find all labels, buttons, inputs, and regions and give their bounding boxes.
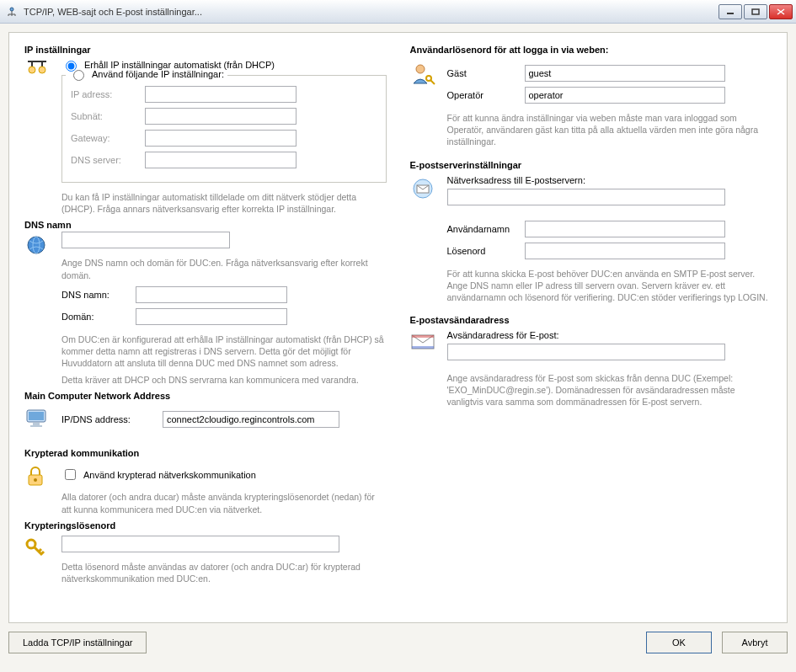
ip-addr-label: IP adress:: [71, 89, 145, 99]
cancel-button[interactable]: Avbryt: [722, 632, 788, 653]
dnsserver-input[interactable]: [145, 152, 296, 168]
dnsserver-label: DNS server:: [71, 155, 145, 165]
globe-icon: [24, 233, 53, 257]
epostsender-label: Avsändaradress för E-post:: [447, 330, 772, 340]
dns-help2: Om DUC:en är konfigurerad att erhålla IP…: [61, 333, 387, 370]
userpw-section-title: Användarlösenord för att logga in via we…: [410, 45, 772, 55]
monitor-icon: [24, 408, 53, 429]
ip-helptext: Du kan få IP inställningar automatiskt t…: [61, 191, 387, 215]
subnet-input[interactable]: [145, 108, 296, 125]
titlebar: TCP/IP, WEB-sajt och E-post inställninga…: [0, 0, 796, 24]
epostserver-section-title: E-postserverinställningar: [410, 160, 772, 170]
crypto-section-title: Krypterad kommunikation: [24, 448, 387, 458]
svg-rect-8: [29, 412, 44, 420]
ip-section-title: IP inställningar: [24, 45, 387, 55]
crypto-checkbox[interactable]: [65, 469, 76, 480]
dns-section-title: DNS namn: [24, 220, 387, 230]
dns-help3: Detta kräver att DHCP och DNS servrarna …: [61, 374, 387, 386]
svg-point-4: [39, 67, 45, 73]
app-icon: [5, 5, 19, 19]
svg-point-3: [29, 67, 35, 73]
epostsender-input[interactable]: [447, 344, 725, 360]
operator-input[interactable]: [525, 87, 725, 104]
userpw-help: För att kunna ändra inställningar via we…: [447, 112, 772, 148]
ip-addr-input[interactable]: [145, 86, 296, 103]
minimize-button[interactable]: [719, 4, 742, 19]
cryptopw-help: Detta lösenord måste användas av datorer…: [61, 561, 387, 584]
guest-label: Gäst: [447, 68, 516, 78]
dns-name-input[interactable]: [136, 286, 287, 303]
epostsender-help: Ange avsändaradress för E-post som skick…: [447, 372, 772, 408]
svg-rect-1: [727, 13, 734, 14]
svg-point-14: [416, 65, 425, 73]
svg-rect-9: [33, 423, 40, 425]
gateway-label: Gateway:: [71, 133, 145, 143]
mail-sender-icon: [410, 332, 439, 352]
epostserver-user-input[interactable]: [525, 221, 725, 237]
svg-rect-2: [752, 9, 759, 14]
lock-icon: [24, 465, 53, 488]
epostserver-user-label: Användarnamn: [447, 224, 516, 234]
ok-button[interactable]: OK: [646, 632, 712, 653]
dns-name-label: DNS namn:: [61, 290, 136, 300]
dns-main-input[interactable]: [61, 232, 230, 248]
subnet-label: Subnät:: [71, 111, 145, 121]
crypto-cb-label: Använd krypterad nätverkskommunikation: [83, 470, 256, 480]
cryptopw-input[interactable]: [61, 536, 339, 552]
ip-manual-label: Använd följande IP inställningar:: [92, 69, 224, 79]
svg-point-12: [34, 478, 37, 482]
mainaddr-label: IP/DNS address:: [61, 414, 154, 424]
load-settings-button[interactable]: Ladda TCP/IP inställningar: [8, 632, 147, 653]
main-panel: IP inställningar Erhåll IP inställningar…: [8, 32, 788, 623]
epostsender-section-title: E-postavsändaradress: [410, 315, 772, 325]
mainaddr-section-title: Main Computer Network Address: [24, 391, 387, 401]
network-icon: [24, 58, 53, 80]
epostserver-addr-input[interactable]: [447, 189, 725, 205]
operator-label: Operatör: [447, 90, 516, 100]
maximize-button[interactable]: [744, 4, 767, 19]
guest-input[interactable]: [525, 65, 725, 82]
cryptopw-section-title: Krypteringslösenord: [24, 520, 387, 531]
svg-point-5: [28, 237, 45, 253]
svg-rect-20: [412, 346, 434, 349]
crypto-help: Alla datorer (och andra ducar) måste anv…: [61, 491, 387, 515]
dns-help1: Ange DNS namn och domän för DUC:en. Fråg…: [61, 257, 387, 280]
user-key-icon: [410, 61, 439, 87]
mail-server-icon: [410, 177, 439, 200]
dns-domain-input[interactable]: [136, 308, 287, 325]
ip-manual-radio[interactable]: [73, 70, 84, 81]
svg-rect-10: [30, 425, 42, 427]
dns-domain-label: Domän:: [61, 312, 136, 322]
window-title: TCP/IP, WEB-sajt och E-post inställninga…: [24, 7, 719, 17]
gateway-input[interactable]: [145, 130, 296, 147]
svg-point-0: [10, 8, 13, 11]
close-button[interactable]: [769, 4, 793, 19]
keys-icon: [24, 537, 53, 559]
svg-rect-19: [412, 335, 434, 338]
mainaddr-input[interactable]: [163, 411, 339, 428]
epostserver-help: För att kunna skicka E-post behöver DUC:…: [447, 268, 772, 304]
epostserver-addr-label: Nätverksadress till E-postservern:: [447, 175, 772, 185]
epostserver-pw-input[interactable]: [525, 243, 725, 259]
epostserver-pw-label: Lösenord: [447, 246, 516, 256]
